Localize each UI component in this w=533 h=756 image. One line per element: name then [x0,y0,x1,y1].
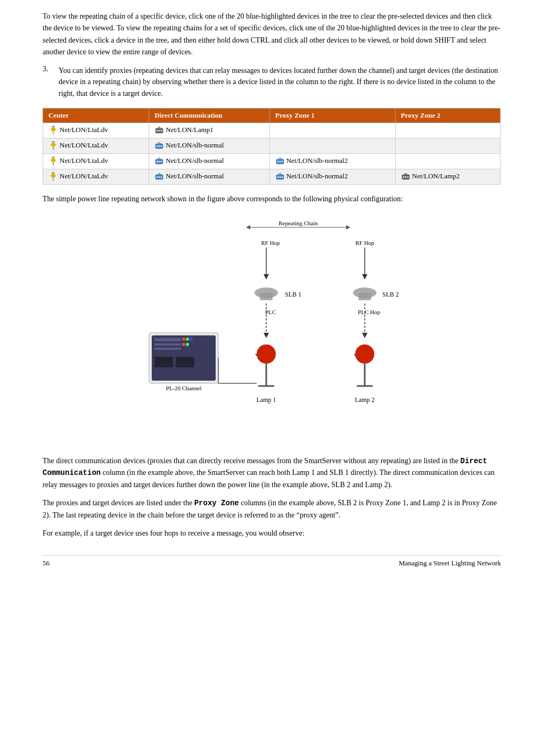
proxy-zone-bold: Proxy Zone [194,499,239,507]
svg-marker-0 [51,127,56,132]
table-cell: Net/LON/LtaLdv [43,138,149,153]
svg-point-32 [161,161,162,162]
plc-hop-label: PLC Hop [358,309,380,315]
svg-point-7 [159,130,160,132]
svg-marker-73 [264,274,269,280]
footer-title: Managing a Street Lighting Network [399,559,501,568]
proxy-zone-text1: The proxies and target devices are liste… [43,499,194,507]
table-cell: Net/LON/slb-normal [149,153,269,169]
svg-rect-96 [154,348,181,350]
svg-rect-79 [358,293,371,300]
svg-point-30 [157,161,158,162]
svg-point-64 [405,176,406,178]
svg-point-39 [281,161,283,162]
svg-marker-43 [51,173,56,178]
plc-label: PLC [265,309,276,315]
svg-point-57 [279,176,281,178]
lamp2-label: Lamp 2 [355,396,375,404]
th-proxy-zone1: Proxy Zone 1 [269,108,395,122]
svg-point-63 [403,176,404,178]
table-cell: Net/LON/LtaLdv [43,169,149,184]
slb1-label: SLB 1 [285,291,301,298]
lamp1-label: Lamp 1 [257,396,276,404]
footer-page-number: 56 [43,559,50,568]
svg-point-51 [161,176,162,178]
svg-point-6 [157,130,158,132]
table-cell: Net/LON/LtaLdv [43,153,149,169]
svg-point-88 [355,344,374,364]
svg-rect-104 [176,357,194,367]
page-footer: 56 Managing a Street Lighting Network [43,555,501,568]
item-text-3: You can identify proxies (repeating devi… [59,65,501,100]
svg-rect-77 [260,293,273,300]
direct-comm-para-text1: The direct communication devices (proxie… [43,457,461,465]
svg-marker-83 [362,333,367,338]
rf-hop-left-label: RF Hop [261,240,280,246]
svg-point-37 [277,161,278,162]
table-cell: Net/LON/slb-normal [149,138,269,153]
four-hops-para: For example, if a target device uses fou… [43,528,501,539]
svg-marker-75 [362,274,367,280]
table-row: Net/LON/LtaLdv Net/LON/Lamp1 [43,122,501,138]
slb2-label: SLB 2 [382,291,399,298]
svg-point-97 [182,338,185,341]
intro-paragraph: To view the repeating chain of a specifi… [43,11,501,59]
item-number: 3. [43,65,59,100]
svg-rect-103 [154,357,173,367]
svg-point-20 [161,145,162,147]
table-cell: Net/LON/slb-normal2 [269,169,395,184]
svg-point-19 [159,145,160,147]
svg-point-49 [157,176,158,178]
svg-point-50 [159,176,160,178]
th-center: Center [43,108,149,122]
svg-point-56 [277,176,278,178]
svg-point-8 [161,130,162,132]
svg-point-99 [190,338,193,341]
proxy-zone-para: The proxies and target devices are liste… [43,497,501,521]
svg-point-98 [186,338,189,341]
svg-point-38 [279,161,281,162]
svg-marker-70 [346,225,350,229]
table-cell [269,138,395,153]
table-cell: Net/LON/slb-normal [149,169,269,184]
table-cell: Net/LON/slb-normal2 [269,153,395,169]
network-diagram: Repeating Chain RF Hop RF Hop SLB 1 SLB … [122,216,421,445]
svg-rect-95 [154,343,181,346]
svg-point-65 [407,176,408,178]
th-proxy-zone2: Proxy Zone 2 [395,108,500,122]
svg-point-84 [257,344,276,364]
svg-point-100 [182,343,185,346]
table-cell: Net/LON/Lamp1 [149,122,269,138]
table-row: Net/LON/LtaLdv Net/LON/slb-normal [43,138,501,153]
table-cell: Net/LON/LtaLdv [43,122,149,138]
table-cell [269,122,395,138]
svg-rect-94 [154,338,181,341]
diagram-caption: The simple power line repeating network … [43,193,501,205]
table-row: Net/LON/LtaLdv Net/LON/slb-normal Net/LO… [43,153,501,169]
svg-marker-12 [51,142,56,147]
svg-point-101 [186,343,189,346]
device-table: Center Direct Communication Proxy Zone 1… [43,108,501,185]
table-row: Net/LON/LtaLdv Net/LON/slb-normal Net/LO… [43,169,501,184]
table-cell [395,153,500,169]
diagram-container: Repeating Chain RF Hop RF Hop SLB 1 SLB … [43,216,501,445]
table-cell: Net/LON/Lamp2 [395,169,500,184]
svg-marker-71 [246,225,250,229]
svg-point-31 [159,161,160,162]
svg-point-18 [157,145,158,147]
rf-hop-right-label: RF Hop [355,240,374,246]
pl20-label: PL-20 Channel [166,385,202,391]
svg-point-58 [281,176,283,178]
table-cell [395,122,500,138]
repeating-chain-label: Repeating Chain [278,220,318,226]
direct-comm-para-text2: column (in the example above, the SmartS… [43,469,495,488]
th-direct-comm: Direct Communication [149,108,269,122]
table-cell [395,138,500,153]
numbered-item-3: 3. You can identify proxies (repeating d… [43,65,501,100]
content-area: To view the repeating chain of a specifi… [43,11,501,539]
svg-marker-24 [51,158,56,163]
direct-comm-para: The direct communication devices (proxie… [43,455,501,491]
table-header-row: Center Direct Communication Proxy Zone 1… [43,108,501,122]
svg-marker-81 [264,333,269,338]
